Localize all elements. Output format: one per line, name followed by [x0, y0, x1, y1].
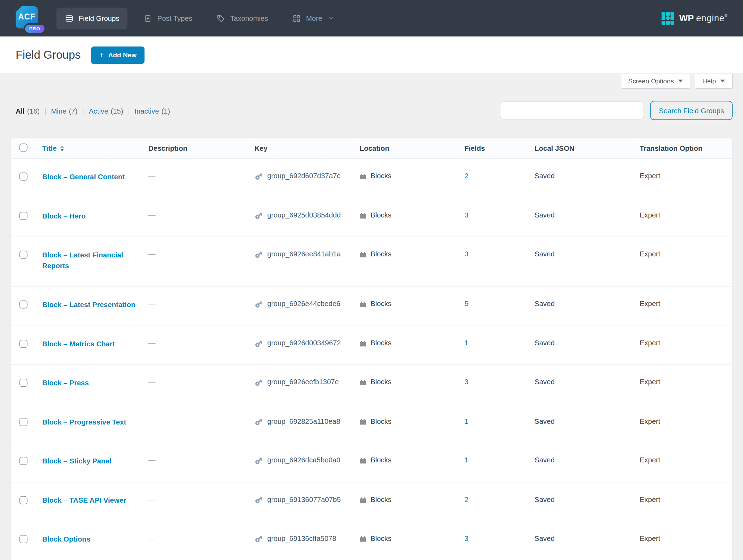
filter-inactive-link[interactable]: Inactive	[134, 107, 159, 115]
field-groups-icon	[65, 14, 74, 23]
row-checkbox[interactable]	[19, 379, 27, 387]
field-group-title-link[interactable]: Block – Metrics Chart	[42, 339, 115, 349]
fields-count-link[interactable]: 1	[464, 456, 468, 464]
field-group-title-link[interactable]: Block – Latest Financial Reports	[42, 250, 141, 271]
filter-mine[interactable]: Mine (7)	[51, 107, 77, 115]
key-icon	[253, 494, 265, 506]
acf-logo: ACF PRO	[16, 6, 40, 31]
row-description: —	[148, 198, 255, 237]
row-key: group_69136077a07b5	[267, 495, 341, 503]
fields-count-link[interactable]: 3	[464, 534, 468, 542]
search-field-groups-button[interactable]: Search Field Groups	[650, 101, 733, 120]
row-checkbox[interactable]	[19, 173, 27, 181]
row-local-json: Saved	[535, 521, 640, 560]
more-grid-icon	[292, 14, 301, 23]
column-header-description: Description	[148, 138, 255, 158]
field-group-title-link[interactable]: Block Options	[42, 534, 90, 545]
acf-logo-text: ACF	[18, 12, 35, 22]
key-icon	[253, 209, 265, 222]
chevron-down-icon	[328, 15, 334, 22]
field-group-title-link[interactable]: Block – Press	[42, 378, 89, 388]
sort-up-arrow-icon	[60, 145, 64, 148]
filter-all-link[interactable]: All	[16, 107, 25, 115]
row-key: group_692d607d37a7c	[267, 172, 340, 180]
column-header-title-sort[interactable]: Title	[42, 144, 64, 152]
filter-all[interactable]: All (16)	[16, 107, 40, 115]
nav-tab-post-types[interactable]: Post Types	[135, 7, 200, 29]
wpengine-wordmark: WPengine®	[679, 13, 727, 24]
help-label: Help	[702, 77, 716, 85]
nav-tab-label: Field Groups	[79, 14, 119, 22]
field-group-title-link[interactable]: Block – General Content	[42, 172, 125, 182]
filter-active[interactable]: Active (15)	[89, 107, 123, 115]
row-location: Blocks	[371, 339, 391, 347]
row-location: Blocks	[371, 456, 391, 464]
key-icon	[253, 298, 265, 310]
filter-mine-count: (7)	[69, 107, 77, 115]
filter-mine-link[interactable]: Mine	[51, 107, 66, 115]
field-group-title-link[interactable]: Block – Sticky Panel	[42, 456, 111, 467]
field-group-title-link[interactable]: Block – Hero	[42, 211, 85, 221]
select-all-checkbox[interactable]	[19, 143, 27, 151]
filter-active-link[interactable]: Active	[89, 107, 108, 115]
wpengine-grid-icon	[662, 12, 675, 25]
field-group-title-link[interactable]: Block – TASE API Viewer	[42, 495, 126, 506]
fields-count-link[interactable]: 3	[464, 250, 468, 258]
fields-count-link[interactable]: 3	[464, 378, 468, 386]
search-input[interactable]	[500, 101, 644, 120]
nav-tab-taxonomies[interactable]: Taxonomies	[208, 7, 276, 29]
block-icon	[360, 212, 366, 219]
key-icon	[253, 170, 265, 182]
table-row: Block – Progressive Text — group_692825a…	[11, 404, 733, 443]
fields-count-link[interactable]: 2	[464, 172, 468, 180]
row-location: Blocks	[371, 250, 391, 258]
row-key: group_6926e44cbede6	[267, 299, 340, 307]
filter-inactive[interactable]: Inactive (1)	[134, 107, 170, 115]
nav-tab-more[interactable]: More	[284, 7, 342, 29]
table-row: Block – Hero — group_6925d03854ddd Block…	[11, 198, 733, 237]
field-groups-table: Title Description Key Location Fields Lo	[11, 138, 733, 560]
caret-down-icon	[678, 80, 683, 82]
row-local-json: Saved	[535, 237, 640, 286]
help-button[interactable]: Help	[695, 74, 733, 89]
nav-tab-field-groups[interactable]: Field Groups	[56, 7, 127, 29]
fields-count-link[interactable]: 1	[464, 339, 468, 347]
row-checkbox[interactable]	[19, 251, 27, 259]
row-key: group_6926d00349672	[267, 339, 341, 347]
row-location: Blocks	[371, 211, 391, 219]
screen-options-button[interactable]: Screen Options	[621, 74, 691, 89]
row-description: —	[148, 326, 255, 365]
row-checkbox[interactable]	[19, 496, 27, 504]
fields-count-link[interactable]: 3	[464, 211, 468, 219]
add-new-button[interactable]: + Add New	[91, 46, 145, 64]
taxonomies-icon	[216, 14, 225, 23]
row-checkbox[interactable]	[19, 339, 27, 347]
row-description: —	[148, 237, 255, 286]
field-group-title-link[interactable]: Block – Progressive Text	[42, 417, 126, 428]
page-header: Field Groups + Add New	[0, 36, 743, 74]
table-row: Block – General Content — group_692d607d…	[11, 158, 733, 198]
row-checkbox[interactable]	[19, 418, 27, 426]
row-checkbox[interactable]	[19, 300, 27, 308]
row-location: Blocks	[371, 172, 391, 180]
table-row: Block – TASE API Viewer — group_69136077…	[11, 482, 733, 521]
row-checkbox[interactable]	[19, 212, 27, 220]
row-local-json: Saved	[535, 287, 640, 326]
field-group-title-link[interactable]: Block – Latest Presentation	[42, 299, 135, 310]
fields-count-link[interactable]: 5	[464, 299, 468, 307]
column-header-local-json: Local JSON	[535, 138, 640, 158]
fields-count-link[interactable]: 1	[464, 417, 468, 425]
row-checkbox[interactable]	[19, 457, 27, 465]
fields-count-link[interactable]: 2	[464, 495, 468, 503]
sort-down-arrow-icon	[60, 149, 64, 151]
row-description: —	[148, 404, 255, 443]
row-location: Blocks	[371, 417, 391, 425]
table-row: Block – Latest Presentation — group_6926…	[11, 287, 733, 326]
row-key: group_6926eefb1307e	[267, 378, 339, 386]
table-row: Block – Latest Financial Reports — group…	[11, 237, 733, 286]
row-description: —	[148, 158, 255, 198]
block-icon	[360, 340, 366, 347]
acf-field-groups-page: ACF PRO Field Groups Post	[0, 0, 743, 560]
page-title: Field Groups	[16, 48, 81, 61]
row-checkbox[interactable]	[19, 535, 27, 543]
